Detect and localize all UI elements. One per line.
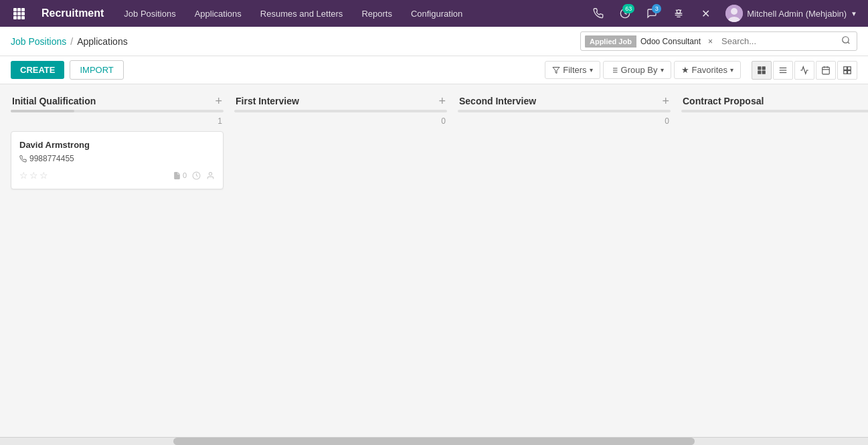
bug-icon-btn[interactable] <box>668 3 689 24</box>
filters-button[interactable]: Filters ▾ <box>545 61 600 79</box>
svg-rect-35 <box>848 66 851 70</box>
breadcrumb-current: Applications <box>77 36 128 47</box>
navbar: Recruitment Job Positions Applications R… <box>0 0 868 27</box>
group-by-button[interactable]: Group By ▾ <box>603 61 671 79</box>
search-filter-tag: Applied Job Odoo Consultant × <box>585 35 716 48</box>
user-name: Mitchell Admin (Mehjabin) <box>747 9 847 19</box>
col-count-first-interview: 0 <box>234 116 447 126</box>
svg-rect-34 <box>844 66 847 70</box>
col-count-initial-qualification: 1 <box>11 116 224 126</box>
col-header-second-interview: Second Interview + <box>458 95 671 107</box>
star-1[interactable]: ☆ <box>19 170 28 181</box>
star-3[interactable]: ☆ <box>39 170 48 181</box>
col-title-first-interview: First Interview <box>236 96 299 106</box>
svg-point-14 <box>843 37 849 43</box>
nav-job-positions[interactable]: Job Positions <box>114 0 185 27</box>
svg-marker-16 <box>553 67 559 73</box>
svg-rect-3 <box>13 12 17 15</box>
search-tag-value: Odoo Consultant <box>636 35 705 48</box>
col-progress-first-interview <box>234 110 447 112</box>
card-actions: 0 <box>173 171 215 180</box>
breadcrumb-parent[interactable]: Job Positions <box>11 36 66 47</box>
kanban-card-david-armstrong[interactable]: David Armstrong 9988774455 ☆ ☆ ☆ <box>11 131 224 189</box>
col-title-contract-proposal: Contract Proposal <box>683 96 764 106</box>
search-input[interactable] <box>719 35 837 48</box>
svg-line-15 <box>848 42 850 44</box>
col-add-btn-first-interview[interactable]: + <box>438 95 446 107</box>
toolbar-right: Filters ▾ Group By ▾ ★ Favorites ▾ <box>545 61 857 80</box>
svg-rect-1 <box>17 8 21 11</box>
nav-applications[interactable]: Applications <box>185 0 251 27</box>
card-activity-icon[interactable] <box>192 171 201 180</box>
chat-icon-btn[interactable]: 3 <box>641 3 663 24</box>
scrollbar-thumb[interactable] <box>173 438 694 445</box>
kanban-board: Initial Qualification + 1 David Armstron… <box>0 84 868 437</box>
svg-rect-6 <box>13 16 17 19</box>
nav-configuration[interactable]: Configuration <box>402 0 472 27</box>
col-header-contract-proposal: Contract Proposal + <box>681 95 868 107</box>
col-add-btn-second-interview[interactable]: + <box>662 95 669 107</box>
svg-rect-2 <box>21 8 25 11</box>
graph-view-btn[interactable] <box>794 61 814 80</box>
import-button[interactable]: IMPORT <box>70 60 123 80</box>
nav-reports[interactable]: Reports <box>352 0 402 27</box>
col-header-initial-qualification: Initial Qualification + <box>11 95 224 107</box>
close-icon: ✕ <box>701 7 710 20</box>
col-progress-contract-proposal <box>681 110 868 112</box>
col-progress-second-interview <box>458 110 671 112</box>
col-count-second-interview: 0 <box>458 116 671 126</box>
favorites-button[interactable]: ★ Favorites ▾ <box>674 61 741 79</box>
svg-rect-26 <box>762 70 766 74</box>
search-tag-close-btn[interactable]: × <box>705 35 716 48</box>
kanban-col-first-interview: First Interview + 0 <box>234 95 447 196</box>
svg-rect-24 <box>762 66 766 70</box>
card-doc-icon[interactable]: 0 <box>173 171 187 180</box>
kanban-col-initial-qualification: Initial Qualification + 1 David Armstron… <box>11 95 224 196</box>
phone-icon-btn[interactable] <box>588 3 609 24</box>
col-header-first-interview: First Interview + <box>234 95 447 107</box>
navbar-brand: Recruitment <box>31 7 114 19</box>
nav-resumes-letters[interactable]: Resumes and Letters <box>251 0 353 27</box>
breadcrumb-separator: / <box>70 36 73 47</box>
svg-rect-23 <box>758 66 761 70</box>
grid-icon[interactable] <box>7 0 31 27</box>
pivot-view-btn[interactable] <box>837 61 857 80</box>
svg-rect-8 <box>21 16 25 19</box>
horizontal-scrollbar[interactable] <box>0 437 868 445</box>
user-dropdown-icon: ▼ <box>851 10 857 17</box>
star-2[interactable]: ☆ <box>29 170 38 181</box>
activity-badge: 63 <box>622 4 634 13</box>
create-button[interactable]: CREATE <box>11 61 64 79</box>
user-menu[interactable]: Mitchell Admin (Mehjabin) ▼ <box>721 5 861 22</box>
card-stars[interactable]: ☆ ☆ ☆ <box>19 170 48 181</box>
navbar-right: 63 3 ✕ <box>588 3 861 24</box>
kanban-columns: Initial Qualification + 1 David Armstron… <box>0 84 868 207</box>
search-icon[interactable] <box>839 33 853 49</box>
svg-rect-37 <box>848 70 851 74</box>
col-add-btn-initial-qualification[interactable]: + <box>215 95 222 107</box>
svg-point-39 <box>209 172 211 175</box>
card-phone: 9988774455 <box>19 154 215 163</box>
toolbar: CREATE IMPORT Filters ▾ Group By ▾ ★ Fav… <box>0 56 868 84</box>
kanban-view-btn[interactable] <box>752 61 772 80</box>
svg-rect-5 <box>21 12 25 15</box>
list-view-btn[interactable] <box>773 61 793 80</box>
chat-badge: 3 <box>652 4 661 13</box>
activity-icon-btn[interactable]: 63 <box>614 3 636 24</box>
svg-rect-25 <box>758 70 761 74</box>
svg-rect-7 <box>17 16 21 19</box>
svg-rect-4 <box>17 12 21 15</box>
svg-point-10 <box>677 10 681 13</box>
avatar <box>725 5 743 22</box>
calendar-view-btn[interactable] <box>816 61 836 80</box>
kanban-col-second-interview: Second Interview + 0 <box>458 95 671 196</box>
card-user-icon[interactable] <box>206 171 215 180</box>
close-icon-btn[interactable]: ✕ <box>695 3 716 24</box>
svg-point-12 <box>731 8 737 15</box>
svg-rect-30 <box>822 67 830 74</box>
navbar-menu: Job Positions Applications Resumes and L… <box>114 0 588 27</box>
card-name: David Armstrong <box>19 140 215 150</box>
col-progress-initial-qualification <box>11 110 224 112</box>
search-tag-label: Applied Job <box>585 35 636 48</box>
breadcrumb: Job Positions / Applications <box>11 36 128 47</box>
